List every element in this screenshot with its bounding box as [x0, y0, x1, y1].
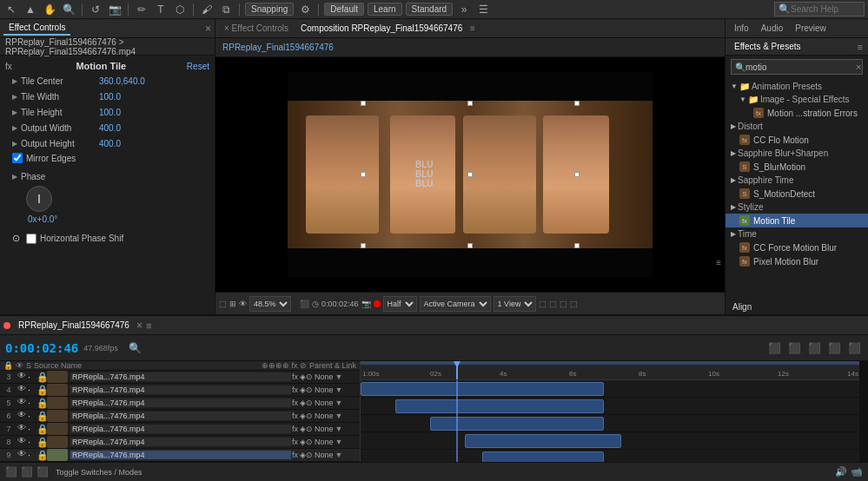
clip-7[interactable] [482, 451, 604, 462]
track-lock-9[interactable]: 🔒 [36, 450, 45, 461]
track-lock-6[interactable]: 🔒 [36, 411, 45, 422]
snapping-options-icon[interactable]: ⚙ [297, 2, 313, 17]
clip-4[interactable] [395, 399, 604, 413]
track-none-6[interactable]: None [315, 412, 334, 420]
layout-select[interactable]: 1 View [494, 296, 536, 312]
tl-ctrl1[interactable]: ⬛ [766, 342, 783, 354]
handle-br[interactable] [574, 243, 580, 248]
track-header-lock[interactable]: 🔒 [3, 361, 13, 370]
track-fx-7[interactable]: fx [292, 425, 298, 433]
track-none-5[interactable]: None [315, 399, 334, 407]
track-none-9[interactable]: None [315, 451, 334, 459]
fx-reset-button[interactable]: Reset [187, 62, 209, 71]
toolbar-camera-icon[interactable]: ⬛ [300, 300, 309, 308]
track-arrow-8[interactable]: ▼ [335, 438, 343, 446]
learn-button[interactable]: Learn [368, 3, 402, 16]
toolbar-time-icon[interactable]: ◷ [312, 300, 319, 308]
track-name-9[interactable]: RPRepla...7476.mp4 [70, 451, 291, 459]
tl-ctrl4[interactable]: ⬛ [826, 342, 843, 354]
stylize-folder[interactable]: Stylize [726, 201, 868, 214]
track-solo-9[interactable]: · [28, 450, 36, 460]
handle-bl[interactable] [361, 243, 366, 248]
track-motion-4[interactable]: ◈ [300, 385, 306, 394]
track-fx-8[interactable]: fx [292, 438, 298, 446]
pixel-motion-item[interactable]: fx Pixel Motion Blur [726, 254, 868, 268]
output-height-value[interactable]: 400.0 [99, 139, 121, 148]
search-timecode-button[interactable]: 🔍 [127, 342, 143, 354]
snapping-button[interactable]: Snapping [245, 3, 294, 16]
track-name-4[interactable]: RPRepla...7476.mp4 [70, 385, 291, 394]
track-none-4[interactable]: None [315, 385, 334, 394]
track-eye-4[interactable]: 👁 [16, 384, 28, 396]
track-none-3[interactable]: None [315, 372, 334, 381]
clone-tool-icon[interactable]: ⧉ [218, 2, 234, 17]
track-solo-6[interactable]: · [28, 411, 36, 421]
phase-dial[interactable] [26, 186, 52, 212]
track-fx-4[interactable]: fx [292, 385, 298, 394]
handle-bc[interactable] [467, 243, 473, 248]
handle-tl[interactable] [361, 101, 366, 106]
track-arrow-6[interactable]: ▼ [335, 412, 343, 420]
track-arrow-4[interactable]: ▼ [335, 385, 343, 394]
select-tool-icon[interactable]: ▲ [23, 2, 38, 17]
tile-width-value[interactable]: 100.0 [99, 92, 121, 102]
timeline-close-button[interactable]: × [136, 320, 142, 332]
effects-search-bar[interactable]: 🔍 × [731, 59, 863, 75]
track-name-3[interactable]: RPRepla...7476.mp4 [70, 372, 291, 381]
toolbar-screen-icon[interactable]: ⬚ [219, 300, 227, 308]
handle-tc[interactable] [467, 101, 473, 106]
hand-tool-icon[interactable]: ✋ [42, 2, 57, 17]
track-solo-8[interactable]: · [28, 437, 36, 447]
track-lock-4[interactable]: 🔒 [36, 385, 45, 396]
s-motiondetect-item[interactable]: S S_MotionDetect [726, 187, 868, 201]
output-width-value[interactable]: 400.0 [99, 123, 121, 133]
view-select[interactable]: Active Camera [420, 296, 491, 312]
more-tools-icon[interactable]: » [456, 2, 472, 17]
effects-presets-tab[interactable]: Effects & Presets [731, 40, 805, 53]
clip-3[interactable] [361, 382, 604, 396]
comp-tab-menu[interactable]: ≡ [470, 23, 475, 33]
track-name-5[interactable]: RPRepla...7476.mp4 [70, 399, 291, 407]
track-lock-8[interactable]: 🔒 [36, 437, 45, 448]
camera-tool-icon[interactable]: 📷 [107, 2, 123, 17]
s-blurmotion-item[interactable]: S S_BlurMotion [726, 160, 868, 174]
track-eye-7[interactable]: 👁 [16, 423, 28, 435]
toolbar-eye-icon[interactable]: 👁 [239, 300, 247, 308]
toggle-switches-button[interactable]: Toggle Switches / Modes [52, 467, 146, 478]
timeline-ruler[interactable]: 1:00s 02s 4s 6s 8s 10s 12s 14s [361, 361, 868, 380]
motion-errors-item[interactable]: fx Motion ...stration Errors [726, 106, 868, 120]
phase-value[interactable]: 0x+0.0° [28, 214, 57, 224]
handle-ml[interactable] [361, 172, 366, 177]
effects-search-input[interactable] [745, 63, 856, 72]
zoom-tool-icon[interactable]: 🔍 [61, 2, 76, 17]
tl-footer-icon4[interactable]: 🔊 [835, 466, 847, 478]
arrow-tool-icon[interactable]: ↖ [3, 2, 19, 17]
phase-arrow[interactable]: ▶ [12, 173, 17, 181]
preview-tab[interactable]: Preview [792, 22, 830, 35]
tl-ctrl2[interactable]: ⬛ [786, 342, 803, 354]
track-eye-8[interactable]: 👁 [16, 436, 28, 448]
handle-mr[interactable] [574, 172, 580, 177]
timeline-menu-button[interactable]: ≡ [146, 320, 151, 331]
track-lock-3[interactable]: 🔒 [36, 372, 45, 383]
track-motion-5[interactable]: ◈ [300, 399, 306, 407]
clip-5[interactable] [430, 417, 604, 431]
image-special-effects-folder[interactable]: 📁 Image - Special Effects [726, 93, 868, 106]
track-arrow-5[interactable]: ▼ [335, 399, 343, 407]
sapphire-time-folder[interactable]: Sapphire Time [726, 174, 868, 187]
effect-controls-comp-tab[interactable]: × Effect Controls [219, 22, 294, 35]
sapphire-blur-folder[interactable]: Sapphire Blur+Sharpen [726, 147, 868, 160]
track-fx-5[interactable]: fx [292, 399, 298, 407]
tile-center-value[interactable]: 360.0,640.0 [99, 76, 145, 86]
track-eye-5[interactable]: 👁 [16, 397, 28, 409]
track-none-8[interactable]: None [315, 438, 334, 446]
tile-width-arrow[interactable]: ▶ [12, 93, 17, 101]
tile-center-arrow[interactable]: ▶ [12, 77, 17, 85]
horiz-phase-checkbox[interactable] [26, 234, 36, 244]
tl-footer-icon3[interactable]: ⬛ [36, 466, 49, 478]
tl-ctrl3[interactable]: ⬛ [806, 342, 823, 354]
standard-button[interactable]: Standard [406, 3, 454, 16]
cc-flo-motion-item[interactable]: fx CC Flo Motion [726, 133, 868, 147]
toolbar-grid-icon[interactable]: ⊞ [229, 300, 236, 308]
output-height-arrow[interactable]: ▶ [12, 140, 17, 148]
